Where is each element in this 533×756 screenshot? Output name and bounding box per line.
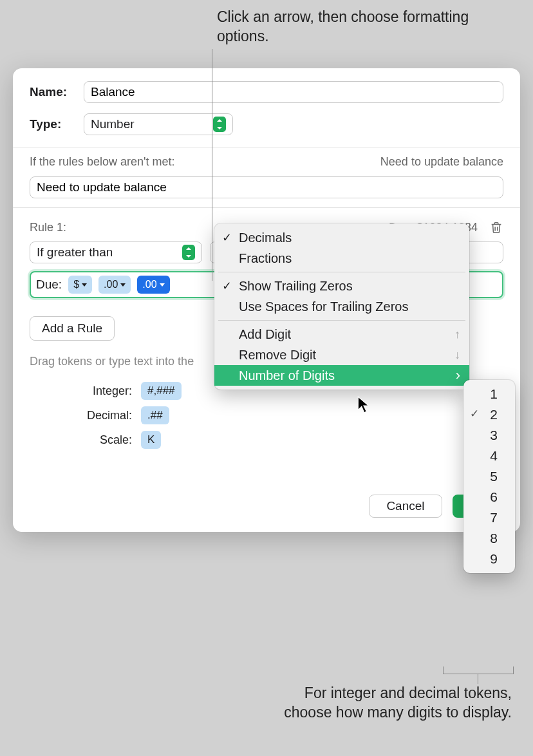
condition-value-text: If greater than [37, 245, 113, 260]
submenu-item[interactable]: 7 [463, 507, 515, 528]
name-label: Name: [30, 85, 84, 99]
token-label: .00 [104, 279, 118, 290]
token-prefix-text: Due: [36, 278, 62, 292]
down-arrow-icon: ↓ [454, 348, 460, 362]
submenu-item[interactable]: 5 [463, 466, 515, 487]
token-palette: Integer: #,### Decimal: .## Scale: K [71, 379, 520, 452]
popup-arrows-icon [213, 117, 226, 132]
menu-label: Add Digit [239, 327, 291, 342]
callout-top-text: Click an arrow, then choose formatting o… [217, 8, 474, 46]
currency-token[interactable]: $ [68, 276, 92, 294]
menu-separator [218, 272, 465, 272]
callout-top-leader [212, 49, 212, 281]
condition-popup[interactable]: If greater than [30, 241, 202, 263]
decimal-label: Decimal: [71, 409, 132, 422]
trash-icon[interactable] [489, 220, 503, 235]
submenu-item[interactable]: 1 [463, 384, 515, 404]
fallback-preview: Need to update balance [380, 155, 503, 169]
type-value: Number [91, 117, 135, 131]
token-options-menu: Decimals Fractions Show Trailing Zeros U… [214, 223, 469, 390]
name-input[interactable] [84, 81, 503, 103]
cancel-button[interactable]: Cancel [369, 495, 442, 518]
scale-label: Scale: [71, 433, 132, 447]
menu-separator [218, 320, 465, 321]
callout-bracket-stem [478, 674, 478, 684]
scale-token[interactable]: K [141, 431, 161, 449]
menu-item-spaces-trailing[interactable]: Use Spaces for Trailing Zeros [214, 296, 469, 317]
decimal-token-palette[interactable]: .## [141, 406, 169, 424]
menu-item-number-of-digits[interactable]: Number of Digits [214, 365, 469, 386]
menu-item-remove-digit[interactable]: Remove Digit ↓ [214, 345, 469, 365]
menu-label: Remove Digit [239, 348, 316, 363]
type-popup[interactable]: Number [84, 113, 233, 135]
token-label: .00 [142, 279, 156, 290]
decimal-token-selected[interactable]: .00 [137, 276, 169, 294]
submenu-item[interactable]: 4 [463, 446, 515, 466]
menu-item-fractions[interactable]: Fractions [214, 248, 469, 269]
submenu-item[interactable]: 8 [463, 528, 515, 549]
callout-bracket [443, 666, 514, 674]
cursor-icon [357, 396, 371, 417]
menu-item-decimals[interactable]: Decimals [214, 227, 469, 248]
divider [13, 207, 520, 208]
submenu-item[interactable]: 6 [463, 487, 515, 507]
popup-arrows-icon [182, 245, 195, 260]
chevron-down-icon [160, 283, 165, 287]
callout-bottom-text: For integer and decimal tokens, choose h… [283, 684, 512, 723]
digits-submenu: 1 2 3 4 5 6 7 8 9 [463, 380, 515, 573]
add-rule-button[interactable]: Add a Rule [30, 316, 115, 341]
fallback-label: If the rules below aren't met: [30, 155, 175, 168]
menu-item-add-digit[interactable]: Add Digit ↑ [214, 324, 469, 345]
rule-title: Rule 1: [30, 221, 66, 234]
fallback-input[interactable] [30, 176, 503, 198]
up-arrow-icon: ↑ [454, 328, 460, 341]
submenu-item[interactable]: 2 [463, 404, 515, 425]
submenu-item[interactable]: 3 [463, 425, 515, 446]
chevron-down-icon [82, 283, 87, 287]
menu-item-show-trailing[interactable]: Show Trailing Zeros [214, 276, 469, 296]
integer-label: Integer: [71, 384, 132, 398]
chevron-down-icon [120, 283, 126, 287]
decimal-token[interactable]: .00 [98, 276, 131, 294]
token-label: $ [73, 279, 79, 290]
integer-token[interactable]: #,### [141, 382, 182, 400]
submenu-item[interactable]: 9 [463, 549, 515, 569]
type-label: Type: [30, 117, 84, 131]
